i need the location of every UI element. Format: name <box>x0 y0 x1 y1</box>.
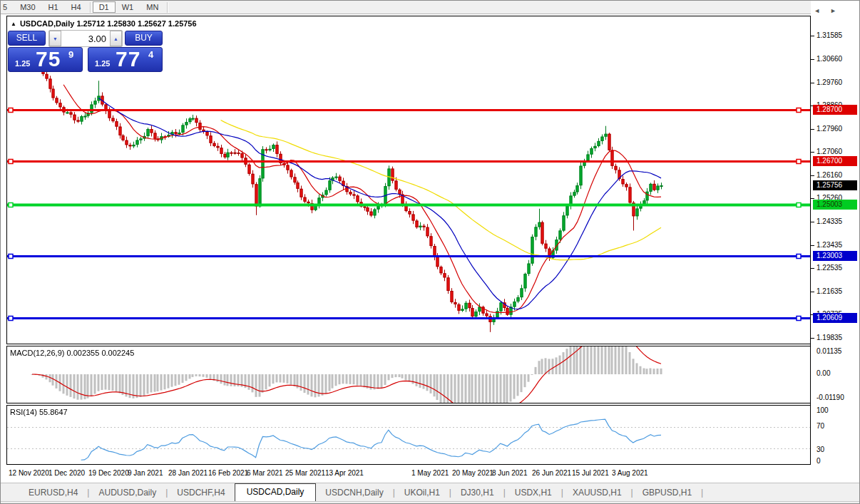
price-tick-mark <box>811 245 814 246</box>
trading-terminal-window: 5M30H1H4D1W1MN ▲ USDCAD,Daily 1.25712 1.… <box>0 0 860 504</box>
price-tick-mark <box>811 36 814 36</box>
macd-axis-label: 0.01135 <box>817 347 841 355</box>
price-tick-label: 1.27960 <box>817 125 842 133</box>
rsi-header-label: RSI(14) 55.8647 <box>10 408 68 416</box>
timeframe-button-m30[interactable]: M30 <box>14 1 41 13</box>
level-price-tag: 1.23003 <box>813 251 857 261</box>
price-tick-label: 1.24335 <box>817 217 842 225</box>
price-tick-label: 1.26160 <box>817 171 842 179</box>
price-tick-mark <box>811 338 814 339</box>
symbol-ohlc-text: USDCAD,Daily 1.25712 1.25830 1.25627 1.2… <box>20 19 197 28</box>
price-tick-mark <box>811 152 814 153</box>
date-axis-label: 16 Feb 2021 <box>208 469 248 477</box>
collapse-triangle-icon[interactable]: ▲ <box>11 21 16 27</box>
tab-usdcad-daily[interactable]: USDCAD,Daily <box>235 483 317 501</box>
tab-separator: | <box>701 488 703 501</box>
price-tick-label: 1.27060 <box>817 148 842 155</box>
date-axis-label: 1 May 2021 <box>411 469 449 477</box>
axis-separator-line <box>810 16 811 465</box>
price-tick-label: 1.31585 <box>817 31 842 39</box>
price-tick-mark <box>811 268 814 269</box>
price-tick-label: 1.23435 <box>817 241 842 249</box>
price-tick-mark <box>811 222 814 222</box>
bottom-status-strip <box>1 501 860 504</box>
sell-price-prefix: 1.25 <box>15 59 30 68</box>
tab-usdchf-h4[interactable]: USDCHF,H4 <box>168 485 234 501</box>
date-axis-label: 8 Jun 2021 <box>492 469 528 477</box>
price-tick-label: 1.21635 <box>817 287 842 295</box>
tab-dj30-h1[interactable]: DJ30,H1 <box>451 485 503 501</box>
date-axis-label: 15 Jul 2021 <box>572 469 609 477</box>
price-tick-mark <box>811 59 814 60</box>
toolbar-separator <box>90 2 91 13</box>
buy-price-prefix: 1.25 <box>95 59 110 68</box>
timeframe-button-5[interactable]: 5 <box>1 1 14 13</box>
price-tick-label: 1.30660 <box>817 55 842 63</box>
rsi-axis-label: 70 <box>817 422 824 430</box>
price-tick-label: 1.29760 <box>817 78 842 86</box>
tab-audusd-daily[interactable]: AUDUSD,Daily <box>89 485 165 501</box>
sell-price-button[interactable]: 1.25 75 9 <box>8 47 83 72</box>
level-price-tag: 1.28700 <box>813 105 857 115</box>
price-tick-mark <box>811 83 814 83</box>
buy-price-pip: 4 <box>148 49 153 60</box>
tab-scroll-arrows: ◄► <box>814 7 846 14</box>
sell-price-main: 75 <box>36 47 61 71</box>
tab-scroll-left-icon[interactable]: ◄ <box>814 7 830 14</box>
toolbar-separator <box>167 2 168 13</box>
buy-price-main: 77 <box>116 47 140 71</box>
timeframe-toolbar: 5M30H1H4D1W1MN <box>1 1 860 14</box>
timeframe-button-h1[interactable]: H1 <box>42 1 65 13</box>
rsi-indicator-pane[interactable] <box>6 405 811 465</box>
date-axis[interactable]: 12 Nov 20201 Dec 202019 Dec 20209 Jan 20… <box>6 465 811 483</box>
price-tick-label: 1.22535 <box>817 264 842 272</box>
buy-button[interactable]: BUY <box>125 31 163 46</box>
macd-axis-label: -0.01190 <box>817 394 844 401</box>
one-click-trading-panel: SELL ▼ ▲ BUY 1.25 75 9 1.25 77 4 <box>8 31 163 72</box>
level-price-tag: 1.20609 <box>813 313 857 323</box>
price-tick-mark <box>811 198 814 199</box>
tab-usdcnh-daily[interactable]: USDCNH,Daily <box>316 485 392 501</box>
macd-header-label: MACD(12,26,9) 0.002355 0.002245 <box>10 349 134 357</box>
macd-axis-label: 0.00 <box>817 369 830 377</box>
date-axis-label: 9 Jan 2021 <box>128 469 163 477</box>
date-axis-label: 19 Dec 2020 <box>88 469 129 477</box>
date-axis-label: 3 Aug 2021 <box>612 469 648 477</box>
tab-ukoil-h1[interactable]: UKOil,H1 <box>395 485 449 501</box>
timeframe-button-w1[interactable]: W1 <box>116 1 140 13</box>
date-axis-label: 28 Jan 2021 <box>168 469 208 477</box>
chart-symbol-header: ▲ USDCAD,Daily 1.25712 1.25830 1.25627 1… <box>11 19 197 28</box>
volume-increase-button[interactable]: ▲ <box>110 31 122 46</box>
timeframe-button-h4[interactable]: H4 <box>65 1 88 13</box>
volume-stepper: ▼ ▲ <box>48 30 123 47</box>
tab-gbpusd-h1[interactable]: GBPUSD,H1 <box>633 485 701 501</box>
date-axis-label: 6 Mar 2021 <box>247 469 283 477</box>
rsi-axis-label: 30 <box>817 446 824 453</box>
rsi-axis-label: 0 <box>817 457 821 465</box>
current-price-tag: 1.25756 <box>813 180 857 190</box>
tab-eurusd-h4[interactable]: EURUSD,H4 <box>19 485 87 501</box>
timeframe-button-d1[interactable]: D1 <box>93 1 116 13</box>
date-axis-label: 12 Nov 2020 <box>9 469 49 477</box>
level-price-tag: 1.26700 <box>813 156 857 166</box>
chart-tab-bar: EURUSD,H4|AUDUSD,Daily|USDCHF,H4 USDCAD,… <box>1 483 860 501</box>
date-axis-label: 26 Jun 2021 <box>532 469 571 477</box>
date-axis-label: 13 Apr 2021 <box>325 469 364 477</box>
timeframe-button-mn[interactable]: MN <box>140 1 165 13</box>
rsi-canvas[interactable] <box>7 406 810 464</box>
price-tick-label: 1.19835 <box>817 334 842 341</box>
volume-decrease-button[interactable]: ▼ <box>49 31 61 46</box>
tab-scroll-right-icon[interactable]: ► <box>830 7 846 14</box>
tab-usdx-h1[interactable]: USDX,H1 <box>506 485 561 501</box>
rsi-axis-label: 100 <box>817 406 829 414</box>
level-price-tag: 1.25003 <box>813 200 857 210</box>
price-tick-mark <box>811 129 814 130</box>
buy-price-button[interactable]: 1.25 77 4 <box>88 47 163 72</box>
volume-input[interactable] <box>61 31 110 46</box>
tab-xauusd-h1[interactable]: XAUUSD,H1 <box>563 485 631 501</box>
date-axis-label: 1 Dec 2020 <box>48 469 85 477</box>
sell-button[interactable]: SELL <box>8 31 46 46</box>
sell-price-pip: 9 <box>68 49 73 60</box>
price-tick-mark <box>811 292 814 292</box>
price-tick-mark <box>811 175 814 176</box>
